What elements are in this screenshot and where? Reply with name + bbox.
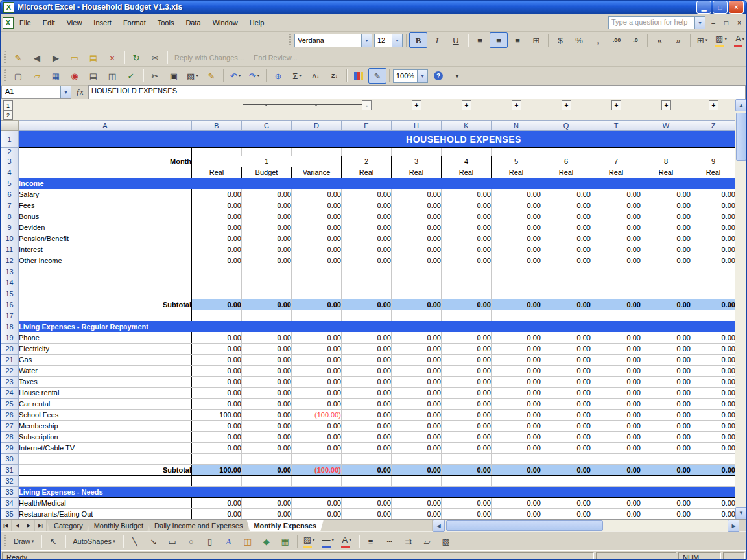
cell-Z32[interactable]	[691, 476, 736, 487]
cell-K12[interactable]: 0.00	[442, 255, 492, 266]
fill-color-button[interactable]: ▨▾	[712, 31, 730, 50]
cell-K30[interactable]	[442, 454, 492, 465]
cell-B16[interactable]: 0.00	[192, 299, 242, 310]
cell-W8[interactable]: 0.00	[641, 211, 691, 222]
row-header-21[interactable]: 21	[1, 355, 19, 366]
cell-E22[interactable]: 0.00	[342, 366, 392, 377]
cell-E3[interactable]: 2	[342, 156, 392, 167]
cell-T11[interactable]: 0.00	[591, 244, 641, 255]
cell-N22[interactable]: 0.00	[492, 366, 541, 377]
cell-H26[interactable]: 0.00	[392, 410, 442, 421]
cell-N34[interactable]: 0.00	[492, 498, 541, 509]
cell-D12[interactable]: 0.00	[292, 255, 342, 266]
cell-H25[interactable]: 0.00	[392, 399, 442, 410]
undo-button[interactable]: ↶▾	[226, 68, 244, 84]
cell-B32[interactable]	[192, 476, 242, 487]
row-header-30[interactable]: 30	[1, 454, 19, 465]
cell-C4[interactable]: Budget	[242, 167, 292, 178]
cell-B19[interactable]: 0.00	[192, 332, 242, 344]
cell-K20[interactable]: 0.00	[442, 344, 492, 355]
row-header-31[interactable]: 31	[1, 465, 19, 476]
cell-K31[interactable]: 0.00	[442, 465, 492, 476]
column-header-T[interactable]: T	[591, 121, 641, 131]
cell-E11[interactable]: 0.00	[342, 244, 392, 255]
restore-button[interactable]: □	[713, 1, 728, 14]
cell-H6[interactable]: 0.00	[392, 189, 442, 200]
increase-decimal-button[interactable]: .00	[608, 32, 626, 48]
cell-Z27[interactable]: 0.00	[691, 421, 736, 432]
cell-Q17[interactable]	[541, 310, 591, 321]
cell-N17[interactable]	[492, 310, 541, 321]
cell-A10[interactable]: Pension/Benefit	[19, 233, 192, 244]
cell-B25[interactable]: 0.00	[192, 399, 242, 410]
borders-button[interactable]: ⊞▾	[693, 32, 711, 48]
cell-A16[interactable]: Subtotal	[19, 299, 192, 310]
cell-E13[interactable]	[342, 266, 392, 277]
cell-H27[interactable]: 0.00	[392, 421, 442, 432]
cell-E16[interactable]: 0.00	[342, 299, 392, 310]
column-header-H[interactable]: H	[392, 121, 442, 131]
cell-N15[interactable]	[492, 288, 541, 299]
row-header-6[interactable]: 6	[1, 189, 19, 200]
cell-B21[interactable]: 0.00	[192, 355, 242, 366]
cell-Q11[interactable]: 0.00	[541, 244, 591, 255]
cell-N6[interactable]: 0.00	[492, 189, 541, 200]
chart-wizard-button[interactable]	[350, 68, 368, 84]
cell-Z22[interactable]: 0.00	[691, 366, 736, 377]
cell-W3[interactable]: 8	[641, 156, 691, 167]
cell-K32[interactable]	[442, 476, 492, 487]
cell-C27[interactable]: 0.00	[242, 421, 292, 432]
cell-W10[interactable]: 0.00	[641, 233, 691, 244]
cell-C6[interactable]: 0.00	[242, 189, 292, 200]
row-header-23[interactable]: 23	[1, 377, 19, 388]
cell-B12[interactable]: 0.00	[192, 255, 242, 266]
menu-format[interactable]: Format	[117, 17, 152, 29]
scroll-right-button[interactable]: ▶	[728, 520, 740, 532]
row-header-26[interactable]: 26	[1, 410, 19, 421]
cell-T8[interactable]: 0.00	[591, 211, 641, 222]
cell-B2[interactable]	[192, 148, 242, 156]
menu-data[interactable]: Data	[180, 17, 206, 29]
cell-T16[interactable]: 0.00	[591, 299, 641, 310]
cell-W34[interactable]: 0.00	[641, 498, 691, 509]
cell-D6[interactable]: 0.00	[292, 189, 342, 200]
column-header-K[interactable]: K	[442, 121, 492, 131]
cell-W31[interactable]: 0.00	[641, 465, 691, 476]
cell-B9[interactable]: 0.00	[192, 222, 242, 233]
wordart-button[interactable]: A	[220, 533, 238, 549]
toolbar-grip[interactable]	[4, 535, 6, 548]
cell-C32[interactable]	[242, 476, 292, 487]
cell-E6[interactable]: 0.00	[342, 189, 392, 200]
scroll-down-button[interactable]: ▼	[735, 507, 747, 519]
cell-A23[interactable]: Taxes	[19, 377, 192, 388]
cell-K7[interactable]: 0.00	[442, 200, 492, 211]
cell-B3[interactable]: 1	[192, 156, 342, 167]
cell-K3[interactable]: 4	[442, 156, 492, 167]
font-color-button[interactable]: A▾	[731, 31, 747, 50]
cell-D17[interactable]	[292, 310, 342, 321]
cell-N29[interactable]: 0.00	[492, 443, 541, 454]
cell-K21[interactable]: 0.00	[442, 355, 492, 366]
cell-C11[interactable]: 0.00	[242, 244, 292, 255]
cell-H21[interactable]: 0.00	[392, 355, 442, 366]
menu-window[interactable]: Window	[207, 17, 244, 29]
cell-Z26[interactable]: 0.00	[691, 410, 736, 421]
cell-Q31[interactable]: 0.00	[541, 465, 591, 476]
row-header-35[interactable]: 35	[1, 509, 19, 520]
cell-A35[interactable]: Restaurants/Eating Out	[19, 509, 192, 520]
cell-H2[interactable]	[392, 148, 442, 156]
cell-B27[interactable]: 0.00	[192, 421, 242, 432]
cell-D9[interactable]: 0.00	[292, 222, 342, 233]
end-review-button[interactable]: End Review...	[249, 50, 302, 65]
cell-K19[interactable]: 0.00	[442, 332, 492, 344]
cell-E2[interactable]	[342, 148, 392, 156]
draw-fill-color-button[interactable]: ▨▾	[300, 532, 318, 551]
cell-Z12[interactable]: 0.00	[691, 255, 736, 266]
row-header-32[interactable]: 32	[1, 476, 19, 487]
insert-hyperlink-button[interactable]: ⊕	[269, 68, 287, 84]
row-header-17[interactable]: 17	[1, 310, 19, 321]
italic-button[interactable]: I	[428, 32, 446, 48]
cell-Q15[interactable]	[541, 288, 591, 299]
draw-menu-button[interactable]: Draw▾	[9, 533, 38, 549]
cell-T32[interactable]	[591, 476, 641, 487]
